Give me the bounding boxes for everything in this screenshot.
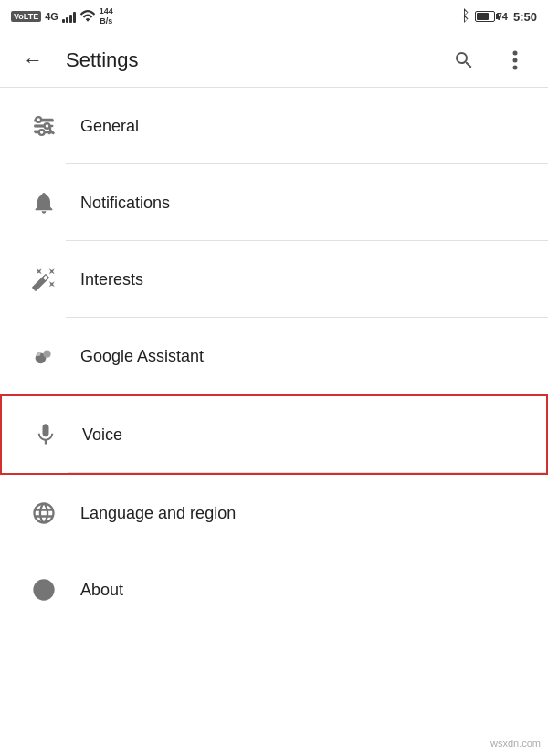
notifications-label: Notifications (80, 194, 170, 213)
svg-point-2 (513, 65, 518, 69)
voice-icon (24, 413, 68, 457)
svg-point-1 (513, 58, 518, 62)
svg-point-10 (43, 351, 50, 358)
settings-item-interests[interactable]: Interests (0, 241, 548, 318)
settings-item-voice[interactable]: Voice (0, 394, 548, 475)
back-button[interactable]: ← (15, 42, 51, 79)
wifi-icon (79, 9, 96, 25)
speed-text: 144B/s (100, 6, 113, 26)
settings-item-google-assistant[interactable]: Google Assistant (0, 318, 548, 394)
battery-icon (475, 11, 495, 22)
svg-point-7 (45, 123, 50, 129)
more-options-button[interactable] (497, 42, 533, 79)
voice-label: Voice (82, 425, 122, 445)
language-region-label: Language and region (80, 504, 236, 523)
watermark: wsxdn.com (490, 738, 541, 749)
battery-container: 74 (475, 11, 508, 22)
settings-item-general[interactable]: General (0, 88, 548, 164)
page-title: Settings (66, 48, 431, 72)
language-region-icon (22, 491, 66, 535)
google-assistant-label: Google Assistant (80, 347, 204, 366)
status-bar: VoLTE 4G 144B/s (0, 0, 548, 33)
app-bar: ← Settings (0, 33, 548, 88)
search-icon (453, 49, 475, 71)
settings-item-about[interactable]: About (0, 551, 548, 628)
general-icon (22, 104, 66, 148)
battery-fill (477, 13, 489, 20)
bluetooth-icon (458, 7, 469, 26)
status-right: 74 5:50 (458, 7, 537, 26)
more-vertical-icon (512, 49, 518, 71)
settings-list: General Notifications Interests (0, 88, 548, 628)
four-g-badge: 4G (45, 11, 58, 22)
search-button[interactable] (446, 42, 482, 79)
google-assistant-icon (22, 334, 66, 378)
volte-badge: VoLTE (11, 11, 41, 22)
notifications-icon (22, 181, 66, 225)
about-icon (22, 568, 66, 612)
svg-point-11 (37, 352, 41, 356)
time-display: 5:50 (513, 10, 537, 24)
status-left: VoLTE 4G 144B/s (11, 6, 113, 26)
svg-point-8 (39, 130, 45, 135)
settings-item-notifications[interactable]: Notifications (0, 164, 548, 241)
interests-label: Interests (80, 270, 143, 289)
general-label: General (80, 117, 139, 136)
settings-item-language-region[interactable]: Language and region (0, 475, 548, 551)
back-arrow-icon: ← (23, 48, 43, 72)
svg-point-0 (513, 50, 518, 55)
about-label: About (80, 581, 123, 600)
signal-bars-icon (62, 10, 76, 23)
svg-point-6 (36, 117, 41, 122)
interests-icon (22, 257, 66, 301)
